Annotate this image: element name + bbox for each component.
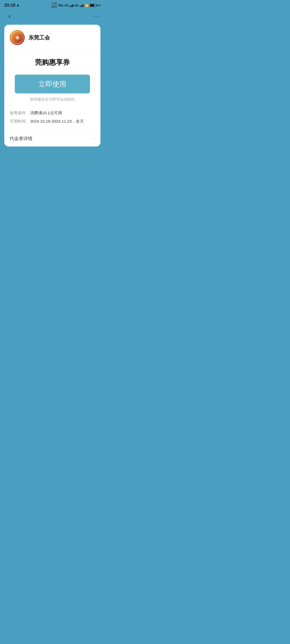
network-speed: 0.80KB/s [51,2,57,9]
signal-bar-4g-1 [80,6,81,7]
signal-bar-4g-3 [82,5,83,7]
signal-bar-4g-2 [81,5,82,7]
org-name: 东莞工会 [28,34,50,41]
card-footer[interactable]: 代金券详情 › [4,130,100,147]
status-icon: ☻ [16,3,20,7]
svg-text:福: 福 [15,36,19,40]
5g-indicator: 5G [64,4,68,7]
condition-value: 消费满10.1元可用 [30,111,95,116]
time-row: 可用时间 2024.10.18-2024.11.23，全天 [10,119,95,124]
footer-label: 代金券详情 [10,136,32,142]
signal-bars-4g [80,4,84,7]
time-value: 2024.10.18-2024.11.23，全天 [30,119,95,124]
signal-bars-5g [70,4,74,7]
time-label: 可用时间 [10,119,26,124]
time-display: 20:19 [4,3,15,8]
org-logo: 福 [10,30,25,45]
wifi-icon: 📶 [85,4,89,7]
coupon-info: 使用条件 消费满10.1元可用 可用时间 2024.10.18-2024.11.… [10,109,95,124]
back-button[interactable]: ‹ [5,12,14,20]
status-time: 20:19 ☻ [4,3,20,8]
4g-indicator: 4G [75,4,79,7]
more-button[interactable]: ··· [93,13,99,19]
signal-bar-4g-4 [83,4,84,7]
condition-row: 使用条件 消费满10.1元可用 [10,111,95,116]
battery-indicator [90,4,96,7]
org-logo-svg: 福 [11,31,23,44]
signal-bar-3 [72,5,73,7]
use-hint: 使用微信支付即可自动抵扣 [30,97,75,102]
battery-fill [90,4,94,6]
condition-label: 使用条件 [10,111,26,116]
chevron-right-icon: › [93,136,95,141]
signal-bar-2 [71,5,71,7]
coupon-title: 莞购惠享券 [35,58,70,67]
use-button-label: 立即使用 [38,79,66,89]
signal-bar-1 [70,6,70,7]
status-right-group: 0.80KB/s HD₂ 5G 4G 📶 49 [51,2,100,9]
use-now-button[interactable]: 立即使用 [15,75,90,93]
hd-indicator: HD₂ [58,4,63,7]
status-bar: 20:19 ☻ 0.80KB/s HD₂ 5G 4G 📶 49 [0,0,105,10]
nav-bar: ‹ ··· [0,10,105,23]
org-logo-inner: 福 [10,31,24,44]
bottom-background [0,149,105,283]
main-card: 福 东莞工会 莞购惠享券 立即使用 使用微信支付即可自动抵扣 使用条件 消费满1… [4,25,100,147]
battery-percent: 49 [97,4,100,7]
card-header: 福 东莞工会 [4,25,100,50]
card-body: 莞购惠享券 立即使用 使用微信支付即可自动抵扣 使用条件 消费满10.1元可用 … [4,50,100,130]
signal-bar-4 [73,4,74,7]
